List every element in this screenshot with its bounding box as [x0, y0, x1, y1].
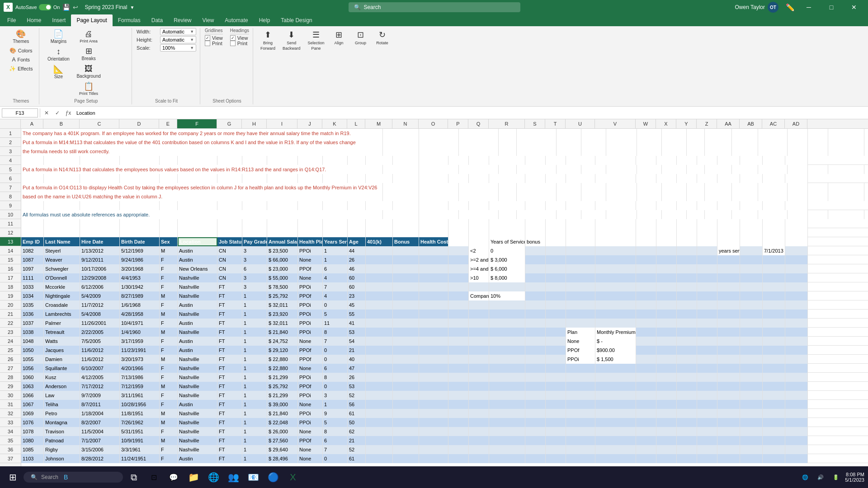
col-header-B[interactable]: B [43, 119, 80, 128]
cell-AC28[interactable] [763, 373, 785, 382]
cell-AA4[interactable] [717, 156, 740, 165]
width-select[interactable]: Automatic ▼ [160, 28, 196, 35]
cell-AB15[interactable] [740, 255, 763, 264]
col-header-V[interactable]: V [595, 119, 636, 128]
cell-Z23[interactable] [697, 328, 717, 337]
cell-D1[interactable] [459, 129, 499, 138]
cell-T11[interactable] [546, 219, 566, 228]
cell-G34[interactable]: FT [217, 427, 242, 436]
cell-N2[interactable] [732, 138, 758, 147]
cell-R19[interactable]: 10% [489, 291, 525, 300]
cell-N7[interactable] [732, 183, 758, 192]
cell-V12[interactable] [595, 228, 636, 237]
bring-forward-button[interactable]: ⬆ Bring Forward [258, 28, 278, 52]
cell-U28[interactable] [566, 373, 595, 382]
cell-G28[interactable]: FT [217, 373, 242, 382]
cell-K4[interactable] [323, 156, 348, 165]
undo-icon[interactable]: ↩ [73, 4, 78, 11]
row-header-9[interactable]: 9 [0, 201, 21, 210]
col-header-S[interactable]: S [525, 119, 545, 128]
cell-V23[interactable]: Monthly Premium [595, 328, 636, 337]
cell-O3[interactable] [758, 147, 788, 156]
cell-Q29[interactable] [469, 382, 489, 391]
row-header-25[interactable]: 25 [0, 346, 21, 355]
cell-S32[interactable] [525, 409, 546, 418]
cell-A33[interactable]: 1076 [21, 418, 44, 427]
cell-N10[interactable] [732, 210, 758, 219]
cell-K37[interactable]: 0 [323, 454, 348, 463]
cell-S17[interactable] [525, 273, 546, 282]
cell-W24[interactable] [636, 337, 656, 346]
cell-X26[interactable] [656, 355, 677, 364]
cell-U25[interactable]: PPOf [566, 346, 595, 355]
cell-W29[interactable] [636, 382, 656, 391]
background-button[interactable]: 🖼 Background [74, 63, 103, 80]
cell-D27[interactable]: 4/20/1966 [120, 364, 160, 373]
cell-B36[interactable]: Rigby [44, 445, 80, 454]
cell-J15[interactable]: None [298, 255, 323, 264]
cell-AD33[interactable] [785, 418, 808, 427]
row-header-33[interactable]: 33 [0, 418, 21, 427]
cell-Z33[interactable] [697, 418, 717, 427]
cell-P13[interactable] [448, 237, 469, 246]
cell-L21[interactable]: 55 [348, 310, 366, 319]
cell-G22[interactable]: FT [217, 319, 242, 328]
row-header-22[interactable]: 22 [0, 319, 21, 328]
cell-H12[interactable] [242, 228, 267, 237]
cell-E35[interactable]: M [160, 436, 178, 445]
cell-G27[interactable]: FT [217, 364, 242, 373]
cell-X9[interactable] [656, 201, 677, 210]
cell-P9[interactable] [448, 201, 469, 210]
cell-AA28[interactable] [717, 373, 740, 382]
name-box[interactable]: F13 [2, 108, 38, 117]
align-button[interactable]: ⊞ Align [329, 28, 349, 47]
cell-R4[interactable] [489, 156, 525, 165]
cell-J36[interactable]: None [298, 445, 323, 454]
cell-AB14[interactable] [740, 246, 763, 255]
cell-H5[interactable] [581, 165, 606, 174]
cell-H6[interactable] [242, 174, 267, 183]
cell-Q25[interactable] [469, 346, 489, 355]
cell-C30[interactable]: 9/7/2009 [80, 391, 120, 400]
cell-O23[interactable] [419, 328, 448, 337]
cell-W26[interactable] [636, 355, 656, 364]
cell-I10[interactable] [606, 210, 637, 219]
cell-Q23[interactable] [469, 328, 489, 337]
cell-AA17[interactable] [717, 273, 740, 282]
cell-K27[interactable]: 6 [323, 364, 348, 373]
cell-L33[interactable]: 50 [348, 418, 366, 427]
cell-J35[interactable]: PPOf [298, 436, 323, 445]
cell-V16[interactable] [595, 264, 636, 273]
search-bar[interactable]: 🔍 Search [349, 2, 520, 12]
cell-T6[interactable] [546, 174, 566, 183]
cell-Z11[interactable] [697, 219, 717, 228]
cell-S26[interactable] [525, 355, 546, 364]
cell-V22[interactable] [595, 319, 636, 328]
cell-AC14[interactable]: 7/1/2013 [763, 246, 785, 255]
cell-B7[interactable] [383, 183, 419, 192]
cell-J33[interactable]: PPOi [298, 418, 323, 427]
cell-U22[interactable] [566, 319, 595, 328]
cell-G33[interactable]: FT [217, 418, 242, 427]
cell-W22[interactable] [636, 319, 656, 328]
cell-M17[interactable] [366, 273, 393, 282]
cell-Q12[interactable] [469, 228, 489, 237]
col-header-F[interactable]: F [177, 119, 217, 128]
cell-E5[interactable] [499, 165, 517, 174]
autosave-toggle[interactable]: AutoSave On [15, 4, 60, 10]
cell-P15[interactable] [448, 255, 469, 264]
time-area[interactable]: 8:08 PM 5/1/2023 [845, 472, 864, 483]
cell-Z21[interactable] [697, 310, 717, 319]
cell-B25[interactable]: Jacques [44, 346, 80, 355]
cell-R11[interactable] [489, 219, 525, 228]
cell-F1[interactable] [517, 129, 557, 138]
rotate-button[interactable]: ↻ Rotate [373, 28, 392, 47]
cell-AA34[interactable] [717, 427, 740, 436]
cell-M22[interactable] [366, 319, 393, 328]
cell-C29[interactable]: 7/17/2012 [80, 382, 120, 391]
cell-N33[interactable] [393, 418, 419, 427]
cell-N29[interactable] [393, 382, 419, 391]
cell-B2[interactable] [383, 138, 419, 147]
cell-AD27[interactable] [785, 364, 808, 373]
cell-I13[interactable]: Annual Salary [267, 237, 298, 246]
